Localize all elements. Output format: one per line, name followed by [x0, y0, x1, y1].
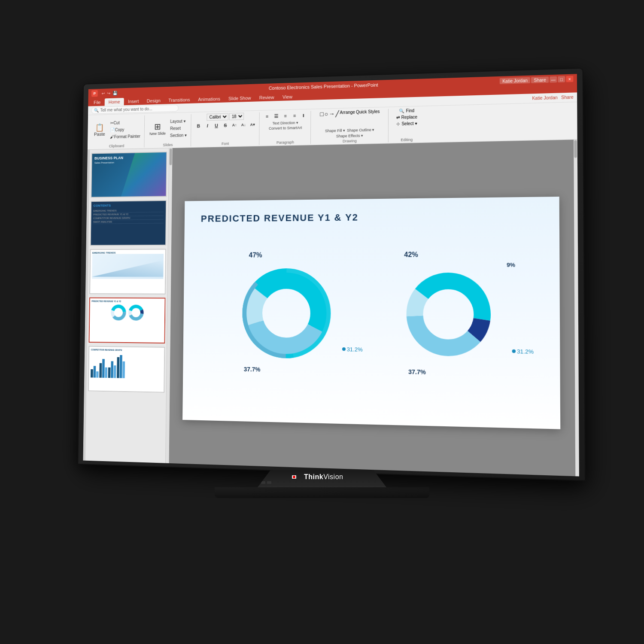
- slide-1-inner: BUSINESS PLAN Sales Presentation: [91, 152, 166, 197]
- bar-3a: [108, 368, 111, 378]
- bar-3c: [114, 365, 116, 378]
- slide-2-inner: CONTENTS EMERGING TRENDS PREDICTED REVEN…: [91, 201, 166, 245]
- undo-btn[interactable]: ↩: [102, 91, 105, 96]
- convert-smartart-button[interactable]: Convert to SmartArt: [269, 125, 302, 131]
- tab-review[interactable]: Review: [255, 93, 278, 101]
- font-family-select[interactable]: Calibri: [207, 113, 229, 121]
- bar-4a: [117, 357, 119, 378]
- underline-button[interactable]: U: [212, 121, 220, 130]
- chart1-312-text: 31.2%: [347, 346, 363, 353]
- slide-thumb-3[interactable]: EMERGING TRENDS: [89, 249, 166, 295]
- tv-logo-text: ThinkVision: [304, 473, 343, 481]
- section-button[interactable]: Section ▾: [168, 132, 188, 139]
- text-direction-button[interactable]: Text Direction ▾: [272, 121, 298, 125]
- font-color-button[interactable]: A▾: [248, 120, 256, 129]
- columns-button[interactable]: ⫿: [300, 111, 308, 120]
- svg-point-22: [294, 477, 295, 478]
- shape-fill-button[interactable]: Shape Fill ▾: [325, 128, 345, 133]
- decrease-font-button[interactable]: A↓: [239, 121, 247, 129]
- tab-transitions[interactable]: Transitions: [164, 96, 194, 104]
- tab-design[interactable]: Design: [143, 97, 165, 105]
- tab-view[interactable]: View: [278, 93, 297, 101]
- slide-thumb-5[interactable]: COMPETITOR REVENUE GRAPH: [88, 346, 165, 393]
- thumb-donut-1: [110, 304, 127, 321]
- charts-row: 47%: [199, 230, 542, 400]
- bar-2c: [105, 368, 107, 378]
- active-slide[interactable]: PREDICTED REVENUE Y1 & Y2 47%: [182, 196, 560, 429]
- slide-thumb-wrapper-2: 2 CONTENTS EMERGING TRENDS PREDICTED REV…: [90, 200, 167, 246]
- slide-4-charts: [91, 304, 163, 321]
- port-1: [261, 481, 265, 484]
- cut-button[interactable]: ✂ Cut: [109, 119, 142, 126]
- copy-button[interactable]: 📄 Copy: [109, 126, 142, 133]
- slide-thumb-1[interactable]: BUSINESS PLAN Sales Presentation: [91, 152, 167, 198]
- slide-thumb-wrapper-3: 3 EMERGING TRENDS: [89, 249, 166, 295]
- select-button[interactable]: ⊹ Select ▾: [396, 121, 417, 126]
- chart-2-wrapper: 42% 9%: [400, 266, 498, 363]
- slide-thumb-4[interactable]: PREDICTED REVENUE Y1 & Y2: [89, 298, 166, 343]
- slide-panel: 1 BUSINESS PLAN Sales Presentation: [85, 148, 169, 473]
- select-icon: ⊹: [396, 122, 400, 126]
- find-button[interactable]: 🔍 Find: [399, 108, 414, 113]
- redo-btn[interactable]: ↪: [107, 91, 110, 95]
- quick-styles-button[interactable]: Quick Styles: [356, 109, 380, 127]
- share-btn[interactable]: Share: [531, 76, 549, 83]
- bold-button[interactable]: B: [194, 122, 203, 131]
- line-shape[interactable]: ╱: [336, 110, 339, 128]
- clipboard-content: 📋 Paste ✂ Cut 📄 Copy 🖌: [91, 115, 142, 144]
- shape-outline-button[interactable]: Shape Outline ▾: [347, 128, 374, 132]
- monitor-stand: ThinkVision: [258, 470, 386, 487]
- paste-button[interactable]: 📋 Paste: [91, 122, 107, 138]
- ppt-main-area: 1 BUSINESS PLAN Sales Presentation: [83, 140, 579, 476]
- tell-me-text: Tell me what you want to do...: [100, 106, 152, 112]
- search-icon: 🔍: [94, 108, 99, 113]
- italic-button[interactable]: I: [204, 122, 212, 130]
- arrange-button[interactable]: Arrange: [340, 110, 355, 128]
- tab-slideshow[interactable]: Slide Show: [224, 94, 255, 103]
- thinkvision-logo: ThinkVision: [292, 473, 343, 481]
- slide-thumb-2[interactable]: CONTENTS EMERGING TRENDS PREDICTED REVEN…: [90, 200, 167, 246]
- minimize-btn[interactable]: —: [550, 76, 557, 83]
- maximize-btn[interactable]: □: [558, 76, 565, 82]
- arrow-shape[interactable]: →: [329, 110, 335, 128]
- share-link[interactable]: Share: [561, 95, 573, 100]
- close-btn[interactable]: ×: [566, 76, 573, 82]
- slides-secondary: Layout ▾ Reset Section ▾: [168, 118, 188, 138]
- paragraph-content: ≡ ☰ ≡ ≡ ⫿ Text Direction ▾ Convert to Sm…: [263, 111, 308, 140]
- bar-2a: [99, 363, 102, 378]
- copy-icon: 📄: [110, 128, 115, 132]
- save-btn[interactable]: 💾: [112, 91, 117, 95]
- user-area: Katie Jordan Share: [532, 95, 573, 101]
- reset-button[interactable]: Reset: [169, 125, 188, 132]
- tell-me-input[interactable]: 🔍 Tell me what you want to do...: [91, 105, 178, 114]
- tab-insert[interactable]: Insert: [124, 97, 143, 105]
- new-slide-button[interactable]: ⊞ New Slide: [148, 121, 167, 137]
- align-left-button[interactable]: ≡: [263, 112, 271, 121]
- align-right-button[interactable]: ≡: [281, 112, 290, 120]
- bar-3b: [111, 361, 113, 378]
- rectangle-shape[interactable]: □: [320, 111, 324, 128]
- increase-font-button[interactable]: A↑: [230, 121, 238, 129]
- justify-button[interactable]: ≡: [290, 111, 299, 120]
- clipboard-secondary: ✂ Cut 📄 Copy 🖌 Format Painter: [109, 119, 142, 140]
- slide-2-item-4: SWOT ANALYSIS: [93, 220, 164, 224]
- strikethrough-button[interactable]: S: [221, 121, 229, 130]
- paragraph-group: ≡ ☰ ≡ ≡ ⫿ Text Direction ▾ Convert to Sm…: [260, 111, 311, 145]
- align-center-button[interactable]: ☰: [272, 112, 281, 120]
- slide-5-title: COMPETITOR REVENUE GRAPH: [91, 349, 163, 352]
- shape-effects-button[interactable]: Shape Effects ▾: [336, 134, 363, 138]
- font-size-select[interactable]: 18: [229, 113, 244, 120]
- replace-button[interactable]: ⇄ Replace: [396, 115, 417, 120]
- drawing-content: □ ○ → ╱ Arrange Quick Styles Shape Fill …: [320, 109, 380, 139]
- powerpoint-icon: P: [91, 90, 98, 97]
- slide-thumb-wrapper-5: 5 COMPETITOR REVENUE GRAPH: [88, 346, 165, 393]
- circle-shape[interactable]: ○: [324, 110, 328, 128]
- tab-file[interactable]: File: [90, 98, 105, 106]
- layout-button[interactable]: Layout ▾: [169, 118, 188, 125]
- format-painter-button[interactable]: 🖌 Format Painter: [109, 133, 142, 140]
- chart2-label-9: 9%: [507, 261, 515, 268]
- tv-think: Think: [304, 473, 323, 480]
- tab-animations[interactable]: Animations: [194, 95, 225, 103]
- font-group: Calibri 18 B I U S A↑ A↓: [192, 112, 260, 147]
- tab-home[interactable]: Home: [104, 98, 124, 106]
